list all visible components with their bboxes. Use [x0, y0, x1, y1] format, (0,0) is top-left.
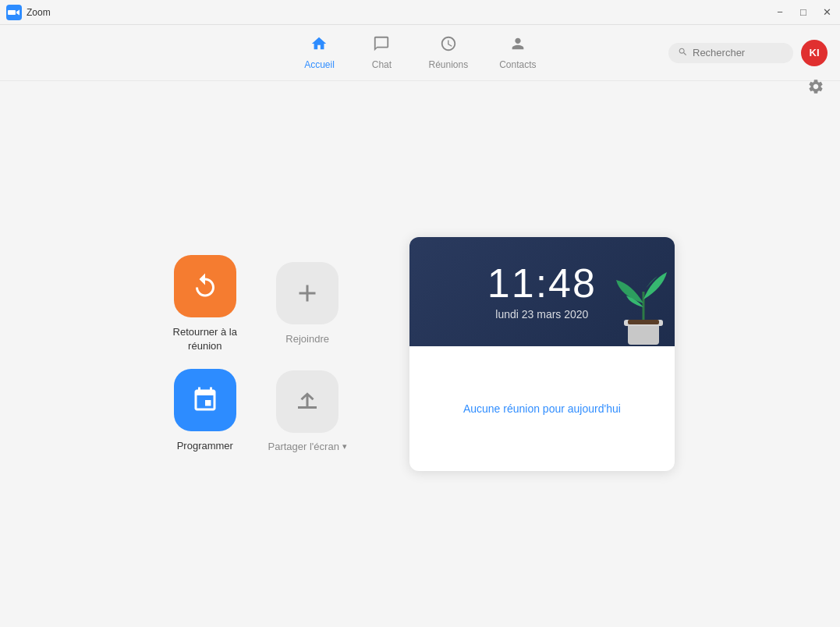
- clock-date: lundi 23 mars 2020: [487, 308, 597, 321]
- minimize-button[interactable]: −: [773, 5, 787, 19]
- programmer-icon: [174, 369, 236, 431]
- action-buttons: Retourner à laréunion Rejoindre Programm…: [165, 255, 347, 454]
- calendar-card: 11:48 lundi 23 mars 2020: [409, 237, 675, 471]
- svg-rect-1: [628, 323, 659, 345]
- home-icon: [310, 35, 328, 56]
- close-button[interactable]: ✕: [820, 5, 834, 19]
- tab-reunions-label: Réunions: [428, 59, 468, 70]
- tab-chat[interactable]: Chat: [350, 29, 413, 76]
- window-controls: − □ ✕: [773, 5, 834, 19]
- zoom-logo: [6, 5, 22, 20]
- calendar-body: Aucune réunion pour aujourd'hui: [409, 346, 675, 471]
- rejoindre-action[interactable]: Rejoindre: [268, 262, 347, 346]
- settings-button[interactable]: [807, 78, 824, 99]
- navbar-right: KI: [668, 40, 828, 66]
- partager-icon: [276, 370, 338, 433]
- maximize-button[interactable]: □: [796, 5, 810, 19]
- programmer-action[interactable]: Programmer: [165, 369, 244, 453]
- tab-reunions[interactable]: Réunions: [413, 29, 484, 76]
- clock-icon: [440, 35, 457, 56]
- clock-display: 11:48 lundi 23 mars 2020: [487, 263, 597, 321]
- partager-label: Partager l'écran: [268, 441, 339, 452]
- tab-accueil[interactable]: Accueil: [288, 29, 350, 76]
- titlebar: Zoom − □ ✕: [0, 0, 840, 25]
- nav-tabs: Accueil Chat Réunions: [288, 29, 551, 76]
- chat-icon: [373, 35, 390, 56]
- retourner-icon: [174, 255, 236, 317]
- svg-rect-3: [628, 320, 659, 324]
- navbar: Accueil Chat Réunions: [0, 25, 840, 81]
- clock-time: 11:48: [487, 263, 597, 303]
- app-title: Zoom: [27, 7, 51, 18]
- search-icon: [678, 47, 688, 59]
- titlebar-left: Zoom: [6, 5, 51, 20]
- search-box[interactable]: [668, 43, 793, 63]
- tab-contacts-label: Contacts: [499, 59, 536, 70]
- programmer-label: Programmer: [177, 439, 233, 453]
- search-input[interactable]: [693, 47, 784, 58]
- calendar-header: 11:48 lundi 23 mars 2020: [409, 237, 675, 346]
- retourner-label: Retourner à laréunion: [173, 325, 237, 353]
- avatar[interactable]: KI: [801, 40, 828, 66]
- rejoindre-icon: [276, 262, 338, 324]
- tab-accueil-label: Accueil: [304, 59, 335, 70]
- partager-action[interactable]: Partager l'écran ▾: [268, 370, 347, 452]
- contacts-icon: [509, 35, 526, 56]
- tab-chat-label: Chat: [372, 59, 392, 70]
- tab-contacts[interactable]: Contacts: [484, 29, 551, 76]
- retourner-action[interactable]: Retourner à laréunion: [165, 255, 244, 353]
- chevron-down-icon: ▾: [342, 441, 347, 452]
- main-content: Retourner à laréunion Rejoindre Programm…: [0, 81, 840, 627]
- rejoindre-label: Rejoindre: [285, 332, 329, 346]
- partager-label-row: Partager l'écran ▾: [268, 441, 347, 452]
- no-meeting-text: Aucune réunion pour aujourd'hui: [463, 402, 621, 415]
- plant-decoration: [604, 260, 675, 346]
